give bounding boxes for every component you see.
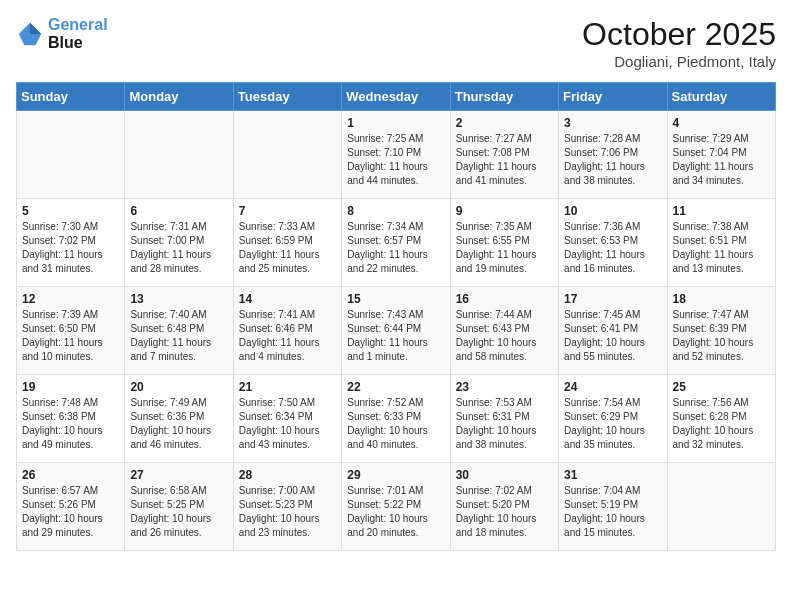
day-number: 5 <box>22 204 119 218</box>
day-number: 19 <box>22 380 119 394</box>
page-header: General Blue October 2025 Dogliani, Pied… <box>16 16 776 70</box>
weekday-header-thursday: Thursday <box>450 83 558 111</box>
day-info: Sunrise: 7:49 AM Sunset: 6:36 PM Dayligh… <box>130 396 227 452</box>
calendar-cell: 2Sunrise: 7:27 AM Sunset: 7:08 PM Daylig… <box>450 111 558 199</box>
day-number: 21 <box>239 380 336 394</box>
day-info: Sunrise: 7:44 AM Sunset: 6:43 PM Dayligh… <box>456 308 553 364</box>
calendar-cell: 23Sunrise: 7:53 AM Sunset: 6:31 PM Dayli… <box>450 375 558 463</box>
weekday-row: SundayMondayTuesdayWednesdayThursdayFrid… <box>17 83 776 111</box>
day-info: Sunrise: 7:28 AM Sunset: 7:06 PM Dayligh… <box>564 132 661 188</box>
day-info: Sunrise: 7:29 AM Sunset: 7:04 PM Dayligh… <box>673 132 770 188</box>
day-info: Sunrise: 7:48 AM Sunset: 6:38 PM Dayligh… <box>22 396 119 452</box>
day-info: Sunrise: 7:36 AM Sunset: 6:53 PM Dayligh… <box>564 220 661 276</box>
calendar-week-1: 1Sunrise: 7:25 AM Sunset: 7:10 PM Daylig… <box>17 111 776 199</box>
day-number: 17 <box>564 292 661 306</box>
day-number: 2 <box>456 116 553 130</box>
calendar-cell: 12Sunrise: 7:39 AM Sunset: 6:50 PM Dayli… <box>17 287 125 375</box>
calendar-cell: 13Sunrise: 7:40 AM Sunset: 6:48 PM Dayli… <box>125 287 233 375</box>
day-info: Sunrise: 7:38 AM Sunset: 6:51 PM Dayligh… <box>673 220 770 276</box>
day-info: Sunrise: 7:53 AM Sunset: 6:31 PM Dayligh… <box>456 396 553 452</box>
month-title: October 2025 <box>582 16 776 53</box>
calendar-cell: 29Sunrise: 7:01 AM Sunset: 5:22 PM Dayli… <box>342 463 450 551</box>
calendar-body: 1Sunrise: 7:25 AM Sunset: 7:10 PM Daylig… <box>17 111 776 551</box>
weekday-header-sunday: Sunday <box>17 83 125 111</box>
day-number: 3 <box>564 116 661 130</box>
day-number: 8 <box>347 204 444 218</box>
logo-text-general: General <box>48 16 108 33</box>
calendar-cell <box>667 463 775 551</box>
calendar-cell: 1Sunrise: 7:25 AM Sunset: 7:10 PM Daylig… <box>342 111 450 199</box>
calendar-cell: 20Sunrise: 7:49 AM Sunset: 6:36 PM Dayli… <box>125 375 233 463</box>
day-number: 4 <box>673 116 770 130</box>
day-number: 25 <box>673 380 770 394</box>
logo-text-blue: Blue <box>48 34 83 51</box>
calendar-cell: 9Sunrise: 7:35 AM Sunset: 6:55 PM Daylig… <box>450 199 558 287</box>
day-info: Sunrise: 7:56 AM Sunset: 6:28 PM Dayligh… <box>673 396 770 452</box>
day-info: Sunrise: 7:47 AM Sunset: 6:39 PM Dayligh… <box>673 308 770 364</box>
calendar-cell: 24Sunrise: 7:54 AM Sunset: 6:29 PM Dayli… <box>559 375 667 463</box>
calendar-cell: 4Sunrise: 7:29 AM Sunset: 7:04 PM Daylig… <box>667 111 775 199</box>
calendar-cell: 31Sunrise: 7:04 AM Sunset: 5:19 PM Dayli… <box>559 463 667 551</box>
day-info: Sunrise: 7:01 AM Sunset: 5:22 PM Dayligh… <box>347 484 444 540</box>
weekday-header-tuesday: Tuesday <box>233 83 341 111</box>
calendar-cell: 15Sunrise: 7:43 AM Sunset: 6:44 PM Dayli… <box>342 287 450 375</box>
calendar-cell: 5Sunrise: 7:30 AM Sunset: 7:02 PM Daylig… <box>17 199 125 287</box>
day-number: 30 <box>456 468 553 482</box>
day-info: Sunrise: 7:45 AM Sunset: 6:41 PM Dayligh… <box>564 308 661 364</box>
calendar-table: SundayMondayTuesdayWednesdayThursdayFrid… <box>16 82 776 551</box>
day-number: 15 <box>347 292 444 306</box>
calendar-cell: 18Sunrise: 7:47 AM Sunset: 6:39 PM Dayli… <box>667 287 775 375</box>
day-info: Sunrise: 6:58 AM Sunset: 5:25 PM Dayligh… <box>130 484 227 540</box>
day-info: Sunrise: 7:02 AM Sunset: 5:20 PM Dayligh… <box>456 484 553 540</box>
calendar-cell: 30Sunrise: 7:02 AM Sunset: 5:20 PM Dayli… <box>450 463 558 551</box>
calendar-week-4: 19Sunrise: 7:48 AM Sunset: 6:38 PM Dayli… <box>17 375 776 463</box>
day-number: 24 <box>564 380 661 394</box>
calendar-cell: 16Sunrise: 7:44 AM Sunset: 6:43 PM Dayli… <box>450 287 558 375</box>
calendar-cell <box>17 111 125 199</box>
calendar-cell: 19Sunrise: 7:48 AM Sunset: 6:38 PM Dayli… <box>17 375 125 463</box>
day-info: Sunrise: 7:00 AM Sunset: 5:23 PM Dayligh… <box>239 484 336 540</box>
day-info: Sunrise: 7:50 AM Sunset: 6:34 PM Dayligh… <box>239 396 336 452</box>
day-number: 23 <box>456 380 553 394</box>
day-number: 7 <box>239 204 336 218</box>
calendar-header: SundayMondayTuesdayWednesdayThursdayFrid… <box>17 83 776 111</box>
location-subtitle: Dogliani, Piedmont, Italy <box>582 53 776 70</box>
calendar-cell: 17Sunrise: 7:45 AM Sunset: 6:41 PM Dayli… <box>559 287 667 375</box>
calendar-cell: 25Sunrise: 7:56 AM Sunset: 6:28 PM Dayli… <box>667 375 775 463</box>
calendar-cell: 3Sunrise: 7:28 AM Sunset: 7:06 PM Daylig… <box>559 111 667 199</box>
title-block: October 2025 Dogliani, Piedmont, Italy <box>582 16 776 70</box>
day-number: 14 <box>239 292 336 306</box>
day-number: 10 <box>564 204 661 218</box>
weekday-header-monday: Monday <box>125 83 233 111</box>
day-info: Sunrise: 7:25 AM Sunset: 7:10 PM Dayligh… <box>347 132 444 188</box>
calendar-week-2: 5Sunrise: 7:30 AM Sunset: 7:02 PM Daylig… <box>17 199 776 287</box>
day-number: 11 <box>673 204 770 218</box>
day-number: 22 <box>347 380 444 394</box>
day-info: Sunrise: 7:41 AM Sunset: 6:46 PM Dayligh… <box>239 308 336 364</box>
calendar-cell: 10Sunrise: 7:36 AM Sunset: 6:53 PM Dayli… <box>559 199 667 287</box>
day-number: 18 <box>673 292 770 306</box>
day-info: Sunrise: 7:33 AM Sunset: 6:59 PM Dayligh… <box>239 220 336 276</box>
calendar-cell: 21Sunrise: 7:50 AM Sunset: 6:34 PM Dayli… <box>233 375 341 463</box>
day-info: Sunrise: 7:30 AM Sunset: 7:02 PM Dayligh… <box>22 220 119 276</box>
day-number: 20 <box>130 380 227 394</box>
calendar-cell: 11Sunrise: 7:38 AM Sunset: 6:51 PM Dayli… <box>667 199 775 287</box>
calendar-cell: 22Sunrise: 7:52 AM Sunset: 6:33 PM Dayli… <box>342 375 450 463</box>
day-number: 1 <box>347 116 444 130</box>
day-info: Sunrise: 7:31 AM Sunset: 7:00 PM Dayligh… <box>130 220 227 276</box>
day-number: 6 <box>130 204 227 218</box>
day-number: 26 <box>22 468 119 482</box>
day-info: Sunrise: 7:35 AM Sunset: 6:55 PM Dayligh… <box>456 220 553 276</box>
day-number: 28 <box>239 468 336 482</box>
calendar-cell: 28Sunrise: 7:00 AM Sunset: 5:23 PM Dayli… <box>233 463 341 551</box>
day-number: 16 <box>456 292 553 306</box>
day-info: Sunrise: 7:39 AM Sunset: 6:50 PM Dayligh… <box>22 308 119 364</box>
day-number: 13 <box>130 292 227 306</box>
day-info: Sunrise: 7:43 AM Sunset: 6:44 PM Dayligh… <box>347 308 444 364</box>
day-number: 29 <box>347 468 444 482</box>
calendar-week-5: 26Sunrise: 6:57 AM Sunset: 5:26 PM Dayli… <box>17 463 776 551</box>
calendar-cell: 27Sunrise: 6:58 AM Sunset: 5:25 PM Dayli… <box>125 463 233 551</box>
weekday-header-saturday: Saturday <box>667 83 775 111</box>
calendar-cell <box>233 111 341 199</box>
day-info: Sunrise: 7:54 AM Sunset: 6:29 PM Dayligh… <box>564 396 661 452</box>
